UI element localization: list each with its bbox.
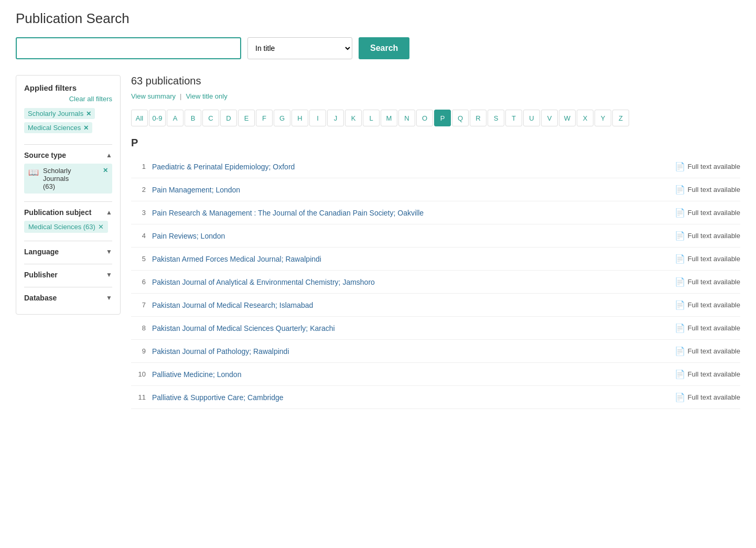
alpha-btn-t[interactable]: T	[505, 110, 522, 126]
alpha-btn-p[interactable]: P	[434, 110, 451, 126]
clear-all-filters-link[interactable]: Clear all filters	[24, 95, 112, 103]
table-row: 10Palliative Medicine; London📄Full text …	[131, 363, 740, 386]
alpha-btn-b[interactable]: B	[185, 110, 201, 126]
full-text-label: Full text available	[688, 301, 740, 309]
document-icon: 📄	[675, 369, 685, 379]
alpha-btn-a[interactable]: A	[167, 110, 183, 126]
result-title-link[interactable]: Palliative & Supportive Care; Cambridge	[152, 393, 668, 402]
search-field-select[interactable]: In title In full text In subject	[247, 37, 352, 59]
result-number: 2	[131, 186, 146, 194]
publisher-title: Publisher	[24, 271, 58, 279]
table-row: 9Pakistan Journal of Pathology; Rawalpin…	[131, 340, 740, 363]
document-icon: 📄	[675, 162, 685, 171]
result-number: 7	[131, 301, 146, 309]
document-icon: 📄	[675, 231, 685, 241]
sidebar-section-publication-subject: Publication subject ▲ Medical Sciences (…	[24, 201, 112, 233]
subject-tag-medical-sciences[interactable]: Medical Sciences (63) ✕	[24, 221, 108, 233]
search-bar: In title In full text In subject Search	[16, 37, 740, 59]
table-row: 1Paediatric & Perinatal Epidemiology; Ox…	[131, 155, 740, 178]
view-summary-link[interactable]: View summary	[131, 92, 176, 100]
source-type-scholarly-journals-item[interactable]: 📖 Scholarly Journals(63) ✕	[24, 164, 112, 194]
result-number: 1	[131, 163, 146, 170]
filter-tag-label: Medical Sciences	[28, 124, 81, 132]
alpha-nav: All0-9ABCDEFGHIJKLMNOPQRSTUVWXYZ	[131, 110, 740, 126]
result-title-link[interactable]: Pakistan Journal of Pathology; Rawalpind…	[152, 347, 668, 356]
alpha-btn-x[interactable]: X	[577, 110, 593, 126]
table-row: 5Pakistan Armed Forces Medical Journal; …	[131, 248, 740, 271]
alpha-btn-0-9[interactable]: 0-9	[149, 110, 166, 126]
source-type-header[interactable]: Source type ▲	[24, 151, 112, 159]
full-text-label: Full text available	[688, 393, 740, 401]
alpha-btn-l[interactable]: L	[363, 110, 380, 126]
full-text-label: Full text available	[688, 370, 740, 378]
alpha-btn-m[interactable]: M	[381, 110, 397, 126]
publisher-header[interactable]: Publisher ▼	[24, 271, 112, 279]
alpha-btn-n[interactable]: N	[398, 110, 415, 126]
book-icon: 📖	[28, 167, 39, 177]
full-text-badge: 📄Full text available	[675, 162, 740, 171]
result-title-link[interactable]: Pakistan Journal of Analytical & Environ…	[152, 278, 668, 286]
page-title: Publication Search	[16, 10, 740, 27]
alpha-btn-q[interactable]: Q	[452, 110, 469, 126]
publications-count: 63 publications	[131, 75, 740, 87]
full-text-label: Full text available	[688, 278, 740, 286]
alpha-btn-s[interactable]: S	[488, 110, 504, 126]
result-number: 4	[131, 232, 146, 240]
result-title-link[interactable]: Palliative Medicine; London	[152, 370, 668, 379]
result-title-link[interactable]: Pain Management; London	[152, 186, 668, 194]
search-button[interactable]: Search	[359, 37, 409, 59]
result-title-link[interactable]: Pakistan Journal of Medical Sciences Qua…	[152, 324, 668, 332]
main-layout: Applied filters Clear all filters Schola…	[16, 75, 740, 409]
full-text-badge: 📄Full text available	[675, 277, 740, 287]
document-icon: 📄	[675, 300, 685, 310]
filter-tag-scholarly-journals: Scholarly Journals ✕	[24, 108, 95, 119]
result-title-link[interactable]: Pakistan Journal of Medical Research; Is…	[152, 301, 668, 309]
remove-scholarly-journals-icon[interactable]: ✕	[86, 110, 91, 117]
result-title-link[interactable]: Pakistan Armed Forces Medical Journal; R…	[152, 255, 668, 263]
remove-medical-sciences-icon[interactable]: ✕	[83, 124, 89, 132]
alpha-btn-g[interactable]: G	[274, 110, 290, 126]
alpha-btn-i[interactable]: I	[309, 110, 326, 126]
table-row: 11Palliative & Supportive Care; Cambridg…	[131, 386, 740, 409]
alpha-btn-w[interactable]: W	[559, 110, 576, 126]
result-title-link[interactable]: Paediatric & Perinatal Epidemiology; Oxf…	[152, 163, 668, 171]
applied-filters-title: Applied filters	[24, 83, 112, 92]
remove-subject-icon[interactable]: ✕	[98, 223, 104, 231]
search-input[interactable]	[16, 37, 241, 59]
alpha-btn-d[interactable]: D	[220, 110, 237, 126]
alpha-btn-all[interactable]: All	[131, 110, 148, 126]
alpha-btn-u[interactable]: U	[523, 110, 540, 126]
full-text-badge: 📄Full text available	[675, 300, 740, 310]
alpha-btn-f[interactable]: F	[256, 110, 273, 126]
alpha-btn-z[interactable]: Z	[612, 110, 629, 126]
database-header[interactable]: Database ▼	[24, 294, 112, 302]
view-separator: |	[180, 92, 181, 100]
document-icon: 📄	[675, 277, 685, 287]
full-text-badge: 📄Full text available	[675, 346, 740, 356]
result-title-link[interactable]: Pain Reviews; London	[152, 232, 668, 240]
language-title: Language	[24, 248, 59, 256]
source-type-chevron-up-icon: ▲	[106, 152, 112, 159]
alpha-btn-c[interactable]: C	[202, 110, 219, 126]
alpha-btn-r[interactable]: R	[470, 110, 487, 126]
alpha-btn-j[interactable]: J	[327, 110, 344, 126]
view-options: View summary | View title only	[131, 92, 740, 100]
remove-source-type-icon[interactable]: ✕	[103, 167, 108, 174]
alpha-btn-e[interactable]: E	[238, 110, 255, 126]
view-title-only-link[interactable]: View title only	[186, 92, 227, 100]
table-row: 3Pain Research & Management : The Journa…	[131, 201, 740, 224]
full-text-label: Full text available	[688, 255, 740, 263]
result-number: 10	[131, 370, 146, 378]
source-type-title: Source type	[24, 151, 66, 159]
language-header[interactable]: Language ▼	[24, 248, 112, 256]
alpha-btn-v[interactable]: V	[541, 110, 558, 126]
section-letter: P	[131, 137, 740, 149]
results-list: 1Paediatric & Perinatal Epidemiology; Ox…	[131, 155, 740, 409]
alpha-btn-k[interactable]: K	[345, 110, 362, 126]
full-text-badge: 📄Full text available	[675, 254, 740, 264]
alpha-btn-h[interactable]: H	[291, 110, 308, 126]
publication-subject-header[interactable]: Publication subject ▲	[24, 208, 112, 217]
alpha-btn-y[interactable]: Y	[595, 110, 611, 126]
alpha-btn-o[interactable]: O	[416, 110, 433, 126]
result-title-link[interactable]: Pain Research & Management : The Journal…	[152, 209, 668, 217]
